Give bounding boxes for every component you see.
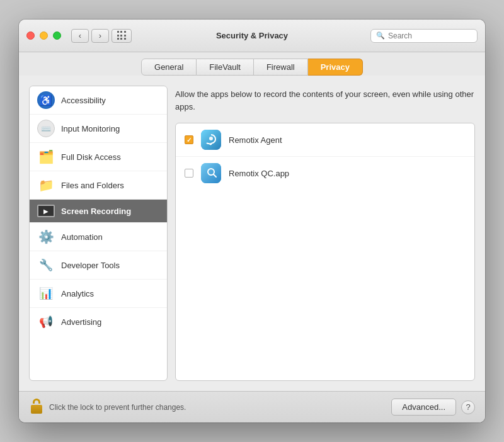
advertising-icon: 📢 <box>37 313 55 331</box>
sidebar-item-developer-tools[interactable]: 🔧 Developer Tools <box>30 251 167 280</box>
sidebar-label: Input Monitoring <box>61 124 120 133</box>
traffic-lights <box>26 31 61 40</box>
minimize-button[interactable] <box>40 31 48 40</box>
back-button[interactable]: ‹ <box>71 29 89 43</box>
remotix-agent-icon <box>201 130 221 150</box>
sidebar-label: Screen Recording <box>61 207 131 216</box>
developer-tools-icon: 🔧 <box>37 256 55 274</box>
automation-gear-icon: ⚙️ <box>37 228 55 246</box>
keyboard-icon: ⌨️ <box>37 120 55 137</box>
description-text: Allow the apps below to record the conte… <box>175 86 475 115</box>
tab-general[interactable]: General <box>141 59 197 76</box>
lock-shackle <box>33 399 40 404</box>
sidebar-label: Developer Tools <box>61 261 120 270</box>
tab-firewall[interactable]: Firewall <box>254 59 308 76</box>
search-input[interactable] <box>388 31 472 40</box>
search-icon: 🔍 <box>376 31 385 40</box>
nav-buttons: ‹ › <box>71 29 109 43</box>
right-panel: Allow the apps below to record the conte… <box>175 86 475 381</box>
main-content: ♿ Accessibility ⌨️ Input Monitoring 🗂️ F… <box>19 76 485 391</box>
svg-point-1 <box>209 137 213 140</box>
lock-icon[interactable] <box>29 399 44 416</box>
screen-recording-icon: ▶ <box>37 205 55 217</box>
app-item-remotix-agent: ✓ <box>176 123 474 157</box>
sidebar-label: Advertising <box>61 317 101 327</box>
lock-text: Click the lock to prevent further change… <box>49 403 391 412</box>
accessibility-icon: ♿ <box>37 91 55 109</box>
sidebar-item-advertising[interactable]: 📢 Advertising <box>30 308 167 336</box>
sidebar-item-screen-recording[interactable]: ▶ Screen Recording <box>30 200 167 223</box>
sidebar: ♿ Accessibility ⌨️ Input Monitoring 🗂️ F… <box>29 86 168 381</box>
sidebar-label: Automation <box>61 232 103 242</box>
full-disk-folder-icon: 🗂️ <box>37 148 55 166</box>
remotix-qc-checkbox[interactable] <box>185 169 193 178</box>
app-list: ✓ <box>175 123 475 381</box>
window-title: Security & Privacy <box>216 31 288 40</box>
sidebar-item-accessibility[interactable]: ♿ Accessibility <box>30 86 167 115</box>
grid-button[interactable] <box>112 29 132 43</box>
analytics-icon: 📊 <box>37 285 55 302</box>
sidebar-label: Accessibility <box>61 96 106 105</box>
forward-button[interactable]: › <box>91 29 109 43</box>
sidebar-item-input-monitoring[interactable]: ⌨️ Input Monitoring <box>30 115 167 143</box>
maximize-button[interactable] <box>53 31 61 40</box>
advanced-button[interactable]: Advanced... <box>391 399 456 416</box>
back-icon: ‹ <box>79 31 81 40</box>
close-button[interactable] <box>26 31 35 40</box>
sidebar-label: Files and Folders <box>61 181 124 190</box>
titlebar: ‹ › Security & Privacy 🔍 <box>19 20 485 52</box>
search-box[interactable]: 🔍 <box>370 29 478 43</box>
sidebar-label: Analytics <box>61 289 94 298</box>
checkmark-icon: ✓ <box>186 137 192 144</box>
files-folder-icon: 📁 <box>37 176 55 194</box>
sidebar-item-files-and-folders[interactable]: 📁 Files and Folders <box>30 171 167 200</box>
main-window: ‹ › Security & Privacy 🔍 General FileVau… <box>19 20 485 422</box>
sidebar-item-analytics[interactable]: 📊 Analytics <box>30 280 167 308</box>
forward-icon: › <box>99 31 101 40</box>
tabs-bar: General FileVault Firewall Privacy <box>19 52 485 76</box>
tab-privacy[interactable]: Privacy <box>308 59 363 76</box>
remotix-qc-name: Remotix QC.app <box>229 169 289 178</box>
lock-body <box>31 405 42 414</box>
sidebar-item-automation[interactable]: ⚙️ Automation <box>30 223 167 251</box>
tab-filevault[interactable]: FileVault <box>197 59 254 76</box>
help-button[interactable]: ? <box>461 400 475 414</box>
app-item-remotix-qc: Remotix QC.app <box>176 157 474 190</box>
sidebar-label: Full Disk Access <box>61 152 121 162</box>
remotix-agent-checkbox[interactable]: ✓ <box>185 135 193 144</box>
remotix-qc-icon <box>201 163 221 183</box>
sidebar-item-full-disk-access[interactable]: 🗂️ Full Disk Access <box>30 143 167 171</box>
remotix-agent-name: Remotix Agent <box>229 135 282 145</box>
bottom-bar: Click the lock to prevent further change… <box>19 391 485 422</box>
svg-rect-2 <box>201 163 221 183</box>
apps-grid-icon <box>117 31 127 40</box>
